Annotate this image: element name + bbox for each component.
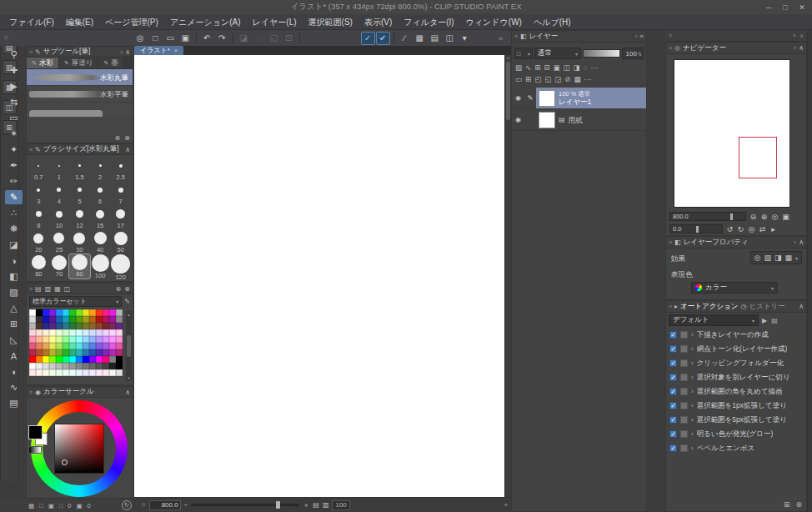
tone-effect-icon[interactable]: ▨ (764, 253, 771, 262)
color-swatch[interactable] (29, 356, 36, 363)
fit-to-screen-icon[interactable]: ▤ (313, 501, 319, 509)
color-swatch[interactable] (76, 369, 83, 376)
text-tool[interactable]: A (5, 349, 23, 363)
chevron-down-icon[interactable]: ▾ (795, 255, 798, 261)
color-swatch[interactable] (63, 369, 69, 376)
expand-chevron-icon[interactable]: › (691, 374, 694, 381)
blend-new-icon[interactable]: ▧ (515, 63, 522, 72)
rotate-reset-icon[interactable]: ◎ (746, 223, 757, 234)
close-button[interactable]: ✕ (794, 0, 810, 14)
brush-size-cell[interactable]: 100 (90, 254, 111, 279)
flip-horizontal-icon[interactable]: ⇄ (757, 223, 768, 234)
navigator-rotate-slider[interactable]: 0.0 (669, 224, 723, 233)
layer-row[interactable]: ◉ ✎ 100 % 通常 レイヤー1 (512, 88, 646, 109)
checkbox-checked-icon[interactable]: ✓ (669, 430, 677, 438)
new-folder-icon[interactable]: ⊞ (525, 75, 531, 83)
color-swatch[interactable] (49, 329, 56, 336)
scroll-up-icon[interactable]: ▴ (128, 312, 130, 317)
delete-layer-icon[interactable]: ⊘ (564, 75, 570, 83)
color-swatch[interactable] (89, 356, 96, 363)
brush-size-cell[interactable]: 7 (110, 182, 131, 206)
toolbar-more-icon[interactable]: ▾ (458, 32, 472, 45)
color-swatch[interactable] (43, 343, 49, 349)
expand-chevron-icon[interactable]: › (691, 359, 694, 367)
menu-item[interactable]: レイヤー(L) (247, 14, 303, 30)
brush-size-cell[interactable]: 1.5 (69, 158, 90, 182)
color-swatch[interactable] (109, 309, 116, 316)
flip-vertical-icon[interactable]: ▸ (768, 223, 779, 234)
color-swatch[interactable] (96, 316, 103, 323)
color-swatch[interactable] (43, 316, 49, 323)
remove-layer-icon[interactable]: ⊟ (544, 63, 549, 72)
brush-size-cell[interactable]: 80 (69, 254, 90, 279)
tab-auto-action[interactable]: ▸ オートアクション (674, 302, 738, 312)
layer-name[interactable]: レイヤー1 (559, 98, 591, 106)
panel-handle-icon[interactable]: ≡ (29, 147, 33, 153)
collapse-up-icon[interactable]: ∧ (799, 33, 804, 39)
color-swatch[interactable] (69, 349, 76, 356)
zoom-in-icon[interactable]: ⊕ (759, 211, 769, 222)
color-swatch[interactable] (83, 323, 89, 329)
panel-collapse-icon[interactable]: ∧ (125, 389, 130, 396)
auto-action-row[interactable]: ✓›網点トーン化(レイヤー作成) (666, 342, 806, 356)
color-swatch[interactable] (83, 369, 89, 376)
brush-size-cell[interactable]: 60 (28, 254, 49, 279)
color-swatch[interactable] (83, 356, 89, 363)
color-swatch[interactable] (89, 323, 96, 329)
color-set-select[interactable]: 標準カラーセット ▾ (29, 296, 122, 307)
move-tool[interactable]: ✚ (5, 63, 23, 78)
panel-collapse-icon[interactable]: ∧ (799, 238, 804, 246)
color-swatch[interactable] (69, 343, 76, 349)
brush-size-cell[interactable]: 2.5 (110, 158, 131, 182)
panel-collapse-icon[interactable]: ∧ (799, 303, 804, 310)
auto-action-row[interactable]: ✓›ベベルとエンボス (666, 441, 806, 455)
panel-option-icon[interactable]: ▫ (794, 44, 796, 52)
maximize-button[interactable]: □ (777, 0, 794, 14)
color-swatch[interactable] (83, 343, 89, 349)
lock-layer-icon[interactable]: ▣ (553, 63, 559, 72)
balloon-tool[interactable]: ◖ (5, 364, 23, 379)
add-color-icon[interactable]: ⊕ (116, 285, 122, 293)
eyedropper-tool[interactable]: ✦ (5, 143, 23, 157)
color-swatch[interactable] (43, 323, 49, 329)
color-swatch[interactable] (116, 329, 123, 336)
color-swatch[interactable] (36, 349, 43, 356)
brush-size-cell[interactable]: 120 (110, 254, 131, 279)
brush-size-cell[interactable]: 3 (28, 182, 49, 206)
action-list-icon[interactable]: ▤ (771, 317, 778, 324)
color-swatch[interactable] (63, 316, 69, 323)
color-swatch[interactable] (36, 356, 43, 363)
color-swatch[interactable] (49, 323, 56, 329)
color-swatch[interactable] (96, 309, 103, 316)
merge-down-icon[interactable]: ◱ (544, 75, 551, 83)
color-swatch[interactable] (63, 309, 69, 316)
rotate-left-icon[interactable]: ↺ (724, 223, 735, 234)
brush-size-cell[interactable]: 4 (49, 182, 70, 206)
value-2[interactable]: 0 (88, 502, 91, 509)
expand-chevron-icon[interactable]: › (691, 430, 694, 438)
color-swatch[interactable] (83, 309, 89, 316)
panel-collapse-icon[interactable]: ∧ (125, 48, 130, 56)
panel-option-icon[interactable]: ▫ (794, 238, 796, 246)
color-swatch[interactable] (96, 356, 103, 363)
expression-color-select[interactable]: カラー ▾ (691, 282, 778, 294)
canvas[interactable] (134, 55, 504, 497)
tone-curve-icon[interactable]: ∿ (525, 63, 531, 72)
color-swatch[interactable] (103, 363, 109, 369)
color-swatch[interactable] (103, 316, 109, 323)
color-swatch[interactable] (83, 329, 89, 336)
color-swatch[interactable] (96, 349, 103, 356)
layer-more-icon[interactable]: ⋯ (591, 63, 599, 72)
color-swatch[interactable] (109, 363, 116, 369)
menu-item[interactable]: アニメーション(A) (164, 14, 247, 30)
color-swatch[interactable] (63, 323, 69, 329)
operation-tool[interactable]: ▶ (5, 79, 23, 93)
checkbox-checked-icon[interactable]: ✓ (669, 374, 677, 381)
color-swatch[interactable] (49, 363, 56, 369)
subtool-tab[interactable]: ✎水彩 (27, 58, 59, 69)
color-swatch[interactable] (43, 349, 49, 356)
gradient-tool[interactable]: ▨ (5, 285, 23, 299)
scrollbar-thumb[interactable] (506, 62, 510, 120)
layer-thumbnail[interactable] (539, 112, 555, 128)
color-swatch[interactable] (69, 369, 76, 376)
